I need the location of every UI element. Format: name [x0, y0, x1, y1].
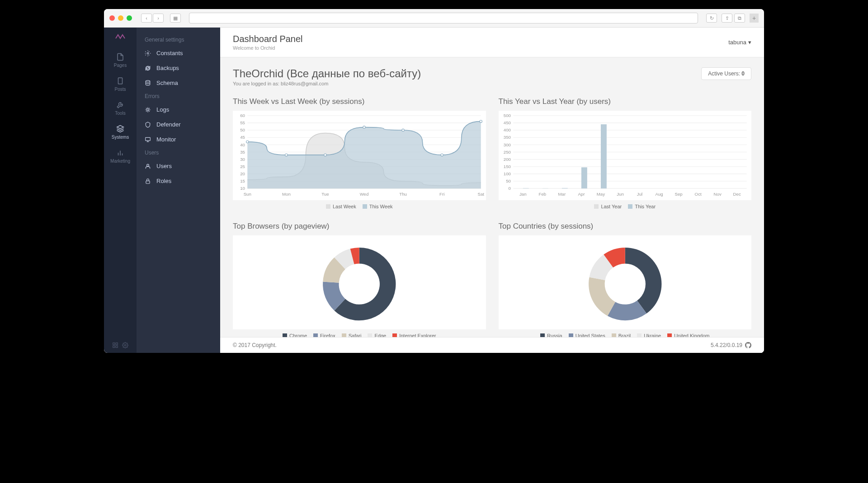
sidebar-item-logs[interactable]: Logs	[137, 102, 220, 117]
github-icon[interactable]	[745, 342, 751, 348]
close-window-icon[interactable]	[109, 15, 115, 21]
svg-rect-17	[146, 181, 150, 183]
version-text: 5.4.22/0.0.19	[711, 342, 742, 348]
svg-text:350: 350	[503, 135, 510, 140]
sidebar-group-header: General settings	[137, 34, 220, 46]
sidebar-item-label: Monitor	[156, 136, 176, 143]
svg-point-44	[402, 129, 404, 131]
legend-label: Safari	[349, 333, 362, 337]
svg-text:Sat: Sat	[477, 192, 484, 197]
chart-title: Top Browsers (by pageview)	[233, 222, 486, 231]
chart-block-browsers: Top Browsers (by pageview)ChromeFirefoxS…	[233, 222, 486, 337]
svg-point-41	[285, 154, 288, 156]
copyright-text: © 2017 Copyright.	[233, 342, 277, 348]
svg-text:25: 25	[240, 164, 245, 169]
user-menu[interactable]: tabuna ▾	[728, 39, 751, 46]
page-header: TheOrchid (Все данные по веб-сайту) You …	[233, 67, 751, 86]
svg-text:Fri: Fri	[439, 192, 444, 197]
svg-rect-5	[113, 343, 115, 345]
svg-text:100: 100	[503, 171, 510, 176]
tabs-button[interactable]: ⧉	[734, 14, 745, 23]
svg-rect-77	[523, 188, 528, 189]
footer-right: 5.4.22/0.0.19	[711, 342, 751, 348]
lock-icon	[145, 178, 151, 184]
legend-label: This Week	[369, 204, 393, 209]
svg-text:0: 0	[508, 186, 510, 191]
sidebar-item-label: Marketing	[110, 159, 130, 164]
legend-item: Last Year	[594, 204, 622, 209]
chart-title: Top Countries (by sessions)	[499, 222, 752, 231]
share-button[interactable]: ⇪	[722, 14, 732, 23]
legend-label: Edge	[374, 333, 386, 337]
sidebar-item-pages[interactable]: Pages	[104, 48, 137, 72]
svg-text:Jul: Jul	[637, 192, 642, 197]
svg-text:500: 500	[503, 113, 510, 118]
legend-item: Ukraine	[637, 333, 661, 337]
sidebar-item-label: Posts	[114, 87, 126, 92]
chart-block-yearly: This Year vs Last Year (by users)0501001…	[499, 97, 752, 209]
sidebar-item-label: Logs	[156, 106, 169, 113]
refresh-icon	[145, 65, 151, 71]
legend-item: This Year	[628, 204, 656, 209]
back-button[interactable]: ‹	[141, 14, 152, 23]
sidebar-item-defender[interactable]: Defender	[137, 117, 220, 132]
active-users-button[interactable]: Active Users: 0	[701, 67, 751, 80]
svg-point-9	[124, 344, 126, 346]
svg-point-11	[146, 80, 150, 82]
legend-swatch	[569, 333, 573, 337]
browser-chrome: ‹ › ▦ ↻ ⇪ ⧉ +	[104, 9, 764, 28]
maximize-window-icon[interactable]	[127, 15, 132, 21]
legend-item: United Kingdom	[667, 333, 709, 337]
svg-text:200: 200	[503, 157, 510, 162]
reload-button[interactable]: ↻	[706, 14, 717, 23]
sidebar-item-monitor[interactable]: Monitor	[137, 132, 220, 147]
monitor-icon	[145, 136, 151, 143]
url-bar[interactable]	[189, 13, 698, 23]
legend-swatch	[667, 333, 672, 337]
sidebar-item-marketing[interactable]: Marketing	[104, 144, 137, 168]
legend-item: Chrome	[283, 333, 307, 337]
grid-icon[interactable]	[112, 342, 118, 348]
sidebar-item-constants[interactable]: Constants	[137, 46, 220, 61]
sidebar-item-users[interactable]: Users	[137, 159, 220, 174]
svg-text:May: May	[596, 192, 604, 197]
svg-text:Sun: Sun	[244, 192, 251, 197]
legend-item: Russia	[540, 333, 562, 337]
topbar: Dashboard Panel Welcome to Orchid tabuna…	[220, 28, 764, 57]
sidebar-item-backups[interactable]: Backups	[137, 61, 220, 75]
sidebar-item-schema[interactable]: Schema	[137, 75, 220, 90]
browser-panel-button[interactable]: ▦	[170, 14, 181, 23]
legend-label: Brazil	[618, 333, 631, 337]
page-icon	[116, 53, 124, 61]
sidebar-item-tools[interactable]: Tools	[104, 96, 137, 120]
sidebar-item-label: Systems	[112, 135, 129, 140]
chart-legend: Last WeekThis Week	[233, 204, 486, 209]
sidebar-group-header: Errors	[137, 90, 220, 102]
section-subtitle: You are logged in as: bliz48rus@gmail.co…	[233, 81, 421, 86]
chart-legend: ChromeFirefoxSafariEdgeInternet Explorer	[233, 333, 486, 337]
chart-title: This Year vs Last Year (by users)	[499, 97, 752, 106]
gear-icon[interactable]	[122, 342, 128, 348]
page-title: Dashboard Panel	[233, 34, 303, 44]
legend-label: Chrome	[289, 333, 307, 337]
sidebar-item-posts[interactable]: Posts	[104, 72, 137, 96]
sidebar-item-roles[interactable]: Roles	[137, 174, 220, 188]
area-chart: 1015202530354045505560SunMonTueWedThuFri…	[233, 111, 486, 198]
forward-button[interactable]: ›	[153, 14, 164, 23]
chevron-down-icon: ▾	[748, 39, 751, 46]
sidebar-item-systems[interactable]: Systems	[104, 120, 137, 144]
minimize-window-icon[interactable]	[118, 15, 123, 21]
legend-swatch	[612, 333, 616, 337]
svg-point-45	[441, 154, 443, 156]
svg-point-43	[363, 126, 365, 128]
add-tab-button[interactable]: +	[750, 14, 759, 23]
user-name: tabuna	[728, 39, 746, 46]
donut-chart	[233, 235, 486, 328]
legend-label: Russia	[547, 333, 562, 337]
svg-text:10: 10	[240, 186, 245, 191]
sidebar-item-label: Defender	[156, 121, 180, 128]
page-subtitle: Welcome to Orchid	[233, 45, 303, 51]
sidebar-group-header: Users	[137, 147, 220, 159]
svg-text:15: 15	[240, 178, 245, 183]
layers-icon	[116, 125, 124, 133]
